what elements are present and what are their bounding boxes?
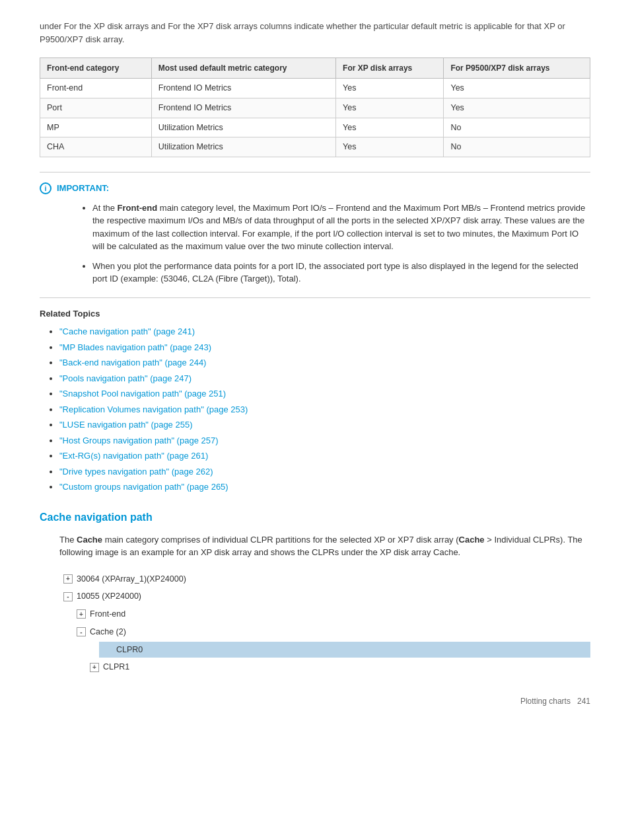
- related-topic-item: "Pools navigation path" (page 247): [59, 372, 590, 385]
- tree-item-label: Front-end: [90, 608, 125, 621]
- related-topic-link[interactable]: "Back-end navigation path" (page 244): [59, 358, 206, 367]
- tree-item-label: CLPR0: [116, 644, 143, 656]
- related-topic-item: "Snapshot Pool navigation path" (page 25…: [59, 387, 590, 401]
- important-bullets: At the Front-end main category level, th…: [79, 202, 590, 286]
- table-cell: Yes: [336, 137, 444, 157]
- tree-item: +CLPR1: [86, 659, 590, 675]
- related-topic-item: "Ext-RG(s) navigation path" (page 261): [59, 449, 590, 463]
- tree-expand-icon[interactable]: +: [63, 574, 73, 584]
- metrics-table: Front-end category Most used default met…: [40, 57, 590, 157]
- table-cell: Yes: [444, 79, 590, 98]
- tree-item: -10055 (XP24000): [59, 588, 590, 605]
- related-topic-item: "LUSE navigation path" (page 255): [59, 418, 590, 432]
- related-topic-item: "Replication Volumes navigation path" (p…: [59, 403, 590, 416]
- footer-text: Plotting charts: [520, 695, 571, 707]
- col-header-xp: For XP disk arrays: [336, 58, 444, 79]
- related-topics-title: Related Topics: [40, 307, 590, 321]
- table-header: Front-end category Most used default met…: [40, 58, 590, 79]
- related-topic-item: "Custom groups navigation path" (page 26…: [59, 480, 590, 494]
- table-cell: Yes: [336, 79, 444, 98]
- tree-expand-icon[interactable]: +: [90, 663, 99, 672]
- table-row: Front-endFrontend IO MetricsYesYes: [40, 79, 590, 98]
- tree-item-label: CLPR1: [103, 661, 129, 673]
- table-row: CHAUtilization MetricsYesNo: [40, 137, 590, 157]
- table-cell: Yes: [336, 118, 444, 137]
- related-topic-link[interactable]: "Custom groups navigation path" (page 26…: [59, 482, 228, 492]
- related-topic-link[interactable]: "LUSE navigation path" (page 255): [59, 420, 192, 430]
- table-cell: Front-end: [40, 79, 152, 98]
- table-cell: Utilization Metrics: [151, 118, 335, 137]
- tree-expand-icon[interactable]: +: [77, 609, 86, 619]
- related-topic-link[interactable]: "Snapshot Pool navigation path" (page 25…: [59, 389, 226, 399]
- tree-item-label: 30064 (XPArray_1)(XP24000): [77, 573, 186, 586]
- page-footer: Plotting charts 241: [40, 695, 590, 707]
- important-label: IMPORTANT:: [57, 182, 109, 195]
- page-number: 241: [577, 695, 590, 707]
- table-cell: Frontend IO Metrics: [151, 79, 335, 98]
- important-content: At the Front-end main category level, th…: [40, 202, 590, 286]
- cache-section-body: The Cache main category comprises of ind…: [40, 533, 590, 559]
- intro-paragraph: under For the XP disk arrays and For the…: [40, 20, 590, 46]
- cache-section: Cache navigation path The Cache main cat…: [40, 510, 590, 676]
- tree-expand-icon[interactable]: -: [77, 627, 86, 636]
- important-section: i IMPORTANT: At the Front-end main categ…: [40, 172, 590, 286]
- related-topic-item: "Drive types navigation path" (page 262): [59, 465, 590, 478]
- related-topics-section: Related Topics "Cache navigation path" (…: [40, 297, 590, 494]
- related-topic-item: "Cache navigation path" (page 241): [59, 325, 590, 338]
- tree-item-label: 10055 (XP24000): [77, 590, 141, 603]
- related-topic-link[interactable]: "Host Groups navigation path" (page 257): [59, 436, 219, 445]
- tree-expand-icon[interactable]: -: [63, 592, 73, 601]
- bold-cache-2: Cache: [459, 535, 485, 545]
- table-cell: Utilization Metrics: [151, 137, 335, 157]
- bold-cache-1: Cache: [77, 535, 102, 545]
- related-topic-link[interactable]: "Replication Volumes navigation path" (p…: [59, 404, 248, 414]
- tree-item: +Front-end: [73, 606, 590, 623]
- col-header-p9500: For P9500/XP7 disk arrays: [444, 58, 590, 79]
- table-cell: CHA: [40, 137, 152, 157]
- tree-diagram: +30064 (XPArray_1)(XP24000)-10055 (XP240…: [59, 571, 590, 676]
- table-row: PortFrontend IO MetricsYesYes: [40, 98, 590, 118]
- related-topic-item: "Host Groups navigation path" (page 257): [59, 434, 590, 447]
- table-row: MPUtilization MetricsYesNo: [40, 118, 590, 137]
- important-header: i IMPORTANT:: [40, 182, 590, 195]
- table-cell: Yes: [444, 98, 590, 118]
- related-topic-link[interactable]: "Cache navigation path" (page 241): [59, 326, 195, 336]
- table-cell: Port: [40, 98, 152, 118]
- related-topic-item: "Back-end navigation path" (page 244): [59, 356, 590, 369]
- important-icon: i: [40, 182, 52, 194]
- table-cell: Frontend IO Metrics: [151, 98, 335, 118]
- table-body: Front-endFrontend IO MetricsYesYesPortFr…: [40, 79, 590, 157]
- bold-frontend: Front-end: [118, 203, 158, 213]
- col-header-metric: Most used default metric category: [151, 58, 335, 79]
- table-cell: No: [444, 137, 590, 157]
- related-topic-item: "MP Blades navigation path" (page 243): [59, 341, 590, 354]
- related-topic-link[interactable]: "MP Blades navigation path" (page 243): [59, 342, 211, 352]
- tree-item: -Cache (2): [73, 624, 590, 640]
- related-topic-link[interactable]: "Drive types navigation path" (page 262): [59, 467, 213, 477]
- table-cell: No: [444, 118, 590, 137]
- cache-section-heading: Cache navigation path: [40, 510, 590, 525]
- col-header-frontend-category: Front-end category: [40, 58, 152, 79]
- important-bullet-2: When you plot the performance data point…: [92, 260, 590, 286]
- important-bullet-1: At the Front-end main category level, th…: [92, 202, 590, 253]
- related-topic-link[interactable]: "Ext-RG(s) navigation path" (page 261): [59, 451, 208, 461]
- cache-section-text: The Cache main category comprises of ind…: [59, 533, 590, 559]
- related-topics-list: "Cache navigation path" (page 241)"MP Bl…: [40, 325, 590, 494]
- tree-item: +30064 (XPArray_1)(XP24000): [59, 571, 590, 588]
- table-cell: Yes: [336, 98, 444, 118]
- table-cell: MP: [40, 118, 152, 137]
- tree-item: CLPR0: [99, 642, 590, 658]
- related-topic-link[interactable]: "Pools navigation path" (page 247): [59, 373, 192, 383]
- tree-item-label: Cache (2): [90, 626, 126, 638]
